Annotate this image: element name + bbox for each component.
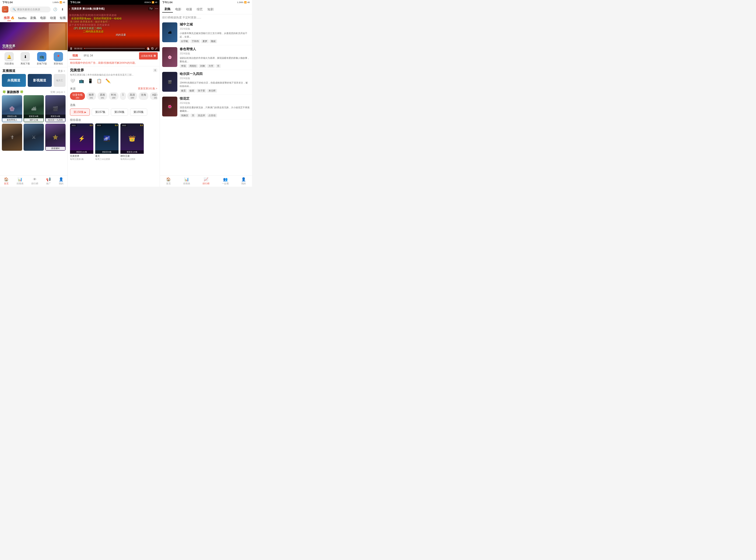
movie-channel[interactable]: 影视频道 xyxy=(28,74,52,87)
quick-icon-download[interactable]: ⬇ 离线下载 xyxy=(21,52,30,65)
quick-icon-notification[interactable]: 🔔 消息通知 xyxy=(4,52,14,65)
tag-1-2: 于和伟 xyxy=(191,39,200,43)
source-update[interactable]: 更新至第161集 > xyxy=(138,87,157,91)
rank-card-chunse[interactable]: 🌸 春色寄情人 2024/剧集 该剧以松弛治愈的市井烟火为基调，展现温暖有爱的群… xyxy=(160,45,252,70)
pause-btn[interactable]: ⏸ xyxy=(69,47,73,51)
new-drama-site[interactable]: 官网: yrzj.cc > xyxy=(51,91,65,94)
rec-score-2: 5.0 xyxy=(115,124,118,126)
mid-status-icons: 859K/s 📶 48 xyxy=(144,1,157,3)
left-nav-promo[interactable]: 📢 推广 xyxy=(46,177,51,185)
live-section-header: 直播频道 更多 > xyxy=(0,67,67,74)
drama-grid: 🌸 更新至21集 春色寄情人 🏙 更新至38集 城中之城 🎬 更新至26集 哈尔… xyxy=(0,95,67,153)
search-box[interactable]: 🔍 播放失败请点击换源 xyxy=(10,6,51,12)
drama-card-1[interactable]: 🌸 更新至21集 春色寄情人 xyxy=(2,95,22,122)
source-gaoqing[interactable]: 高清 160 xyxy=(127,92,137,100)
rec-card-zhetian[interactable]: 🌌 2023 5.0 更新至55集 遮天 每周三10点更新 xyxy=(95,123,119,161)
right-tab-anime[interactable]: 动漫 xyxy=(184,6,194,12)
tab-video[interactable]: 视频 xyxy=(69,52,81,60)
source-1[interactable]: 1 xyxy=(120,92,126,100)
source-tuijian[interactable]: 推荐 161 xyxy=(86,92,96,100)
left-nav-home[interactable]: 🏠 首页 xyxy=(4,177,8,185)
right-nav-profile[interactable]: 👤 我的 xyxy=(241,177,246,185)
subtitle-icon[interactable]: 🐔 xyxy=(146,47,150,50)
danmaku-4: 这个老爷爷都有8块腹肌 居然凝聚成 xyxy=(69,23,110,27)
back-icon[interactable]: ‹ xyxy=(69,7,70,11)
tab-comments[interactable]: 评论 34 xyxy=(81,52,96,60)
right-wifi-icon: 📶 xyxy=(244,1,247,3)
source-ablueray[interactable]: A蓝光 161 xyxy=(150,92,157,100)
left-nav-profile[interactable]: 👤 我的 xyxy=(59,177,63,185)
download-label: 离线下载 xyxy=(21,62,30,65)
right-tab-movie[interactable]: 电影 xyxy=(173,6,184,12)
promo-label: 推广 xyxy=(46,182,51,185)
more-icon[interactable]: ⋯ xyxy=(155,7,158,11)
source-tuijian-label: 推荐 xyxy=(89,93,94,97)
pip-btn[interactable]: ⧉ xyxy=(151,46,154,51)
left-nav-ranking[interactable]: 👁 排行榜 xyxy=(31,177,38,185)
nav-item-anime[interactable]: 动漫 xyxy=(48,15,58,21)
tv-action[interactable]: 📺 xyxy=(79,78,84,83)
ep-155[interactable]: 第155集 xyxy=(130,108,147,116)
list-action[interactable]: 📋 xyxy=(97,78,102,83)
rank-meta-4: 2024/剧集 xyxy=(180,101,250,105)
source-canghao[interactable]: 沧海 xyxy=(139,92,148,100)
source-yuanhua[interactable]: 原画 161 xyxy=(98,92,107,100)
video-controls: ⏸ 00:00:02 🐔 ⧉ ⤢ xyxy=(68,45,160,51)
right-tab-variety[interactable]: 综艺 xyxy=(194,6,205,12)
video-player[interactable]: ‹ 完美世界 第158集 [动漫专线] TV ⋯ 张佰的集合[不良帅]有任何问题… xyxy=(68,5,160,51)
ep-156[interactable]: 第156集 xyxy=(111,108,128,116)
drama-card-6[interactable]: ⭐ 群星耀时 xyxy=(45,124,65,151)
source-dongman[interactable]: 动漫专线 284 xyxy=(70,92,85,100)
source-shiguang-count: 160 xyxy=(112,97,115,99)
live-title: 直播频道 xyxy=(2,69,15,73)
rec-card-wanmei[interactable]: ⚡ 2021 6.0 更新至161集 完美世界 每周五更新1集 xyxy=(70,123,93,161)
episode-pills: 第158集 ▶ 第157集 第156集 第155集 xyxy=(70,108,157,116)
fullscreen-btn[interactable]: ⤢ xyxy=(155,47,158,51)
nav-item-netflix[interactable]: Netflix xyxy=(16,15,28,21)
rank-card-xihuazhi[interactable]: 🌺 惜花芷 2024/剧集 清贵花府忽遭抄家流放，只剩满门妇孺走投无路，大小姐花… xyxy=(160,95,252,119)
quick-icon-update[interactable]: 📍 更新地址 xyxy=(54,52,63,65)
drama-card-5[interactable]: ⚔ xyxy=(24,124,44,151)
rec-update-3: 更新至105集 xyxy=(120,150,144,154)
like-action[interactable]: 🤍 xyxy=(70,78,75,83)
profile-icon: 👤 xyxy=(59,177,63,182)
live-more[interactable]: 更多 > xyxy=(58,69,65,73)
nav-item-movie[interactable]: 电影 xyxy=(38,15,48,21)
rec-card-shenyinwangzuo[interactable]: 👑 2022 8.0 更新至105集 神印王座 每周四10点更新 xyxy=(120,123,144,161)
left-nav-schedule[interactable]: 📊 排期表 xyxy=(17,177,24,185)
ep-157[interactable]: 第157集 xyxy=(92,108,109,116)
tag-2-4: 方芳 xyxy=(207,64,215,68)
phone-action[interactable]: 📱 xyxy=(88,78,93,83)
right-nav-schedule[interactable]: 📊 排期表 xyxy=(183,177,190,185)
cctv-channel[interactable]: 央视频道 xyxy=(2,74,26,87)
nav-item-recommend[interactable]: 推荐 🔥 xyxy=(2,15,16,21)
rec-name-3: 神印王座 xyxy=(120,155,144,158)
drama-card-2[interactable]: 🏙 更新至38集 城中之城 xyxy=(24,95,44,122)
source-gaoqing-count: 160 xyxy=(131,97,134,99)
danmaku-send-btn[interactable]: 点我发弹幕 弹 xyxy=(139,52,158,60)
right-tab-drama[interactable]: 剧集 xyxy=(162,6,173,13)
ep-158[interactable]: 第158集 ▶ xyxy=(70,108,90,116)
rank-card-chengzhongcheng[interactable]: 🏙 城中之城 2024/剧集 小镇青年陶无忌被深茂银行滨江支行录取，从最底层的柜… xyxy=(160,21,252,45)
edit-action[interactable]: ✏️ xyxy=(105,78,111,83)
right-nav-home[interactable]: 🏠 首页 xyxy=(166,177,171,185)
playing-icon: ▶ xyxy=(84,111,86,114)
progress-bar[interactable] xyxy=(84,48,145,49)
left-avatar[interactable]: 🦊 xyxy=(2,6,8,13)
rank-card-haerbin[interactable]: 🎬 哈尔滨一九四四 2024/剧集 1944年伪满统治下的哈尔滨，伪装成铁路巡警… xyxy=(160,70,252,95)
local-channel[interactable]: 地方工 xyxy=(54,74,65,87)
hero-banner[interactable]: 完美世界 你方死难数 xyxy=(0,22,67,50)
history-icon[interactable]: 🕐 xyxy=(52,6,58,12)
rank-meta-1: 2024/剧集 xyxy=(180,27,250,31)
right-tab-short[interactable]: 短剧 xyxy=(205,6,216,12)
drama-card-3[interactable]: 🎬 更新至26集 哈尔滨一九四四 xyxy=(45,95,65,122)
tag-2-1: 李现 xyxy=(180,64,187,68)
nav-item-short[interactable]: 短视 xyxy=(58,15,67,21)
download-icon[interactable]: ⬇ xyxy=(60,6,65,12)
right-nav-together[interactable]: 👥 一起看 xyxy=(222,177,229,185)
nav-item-drama[interactable]: 剧集 xyxy=(28,15,38,21)
drama-card-4[interactable]: 🗡 xyxy=(2,124,22,151)
source-shiguang[interactable]: 时光 160 xyxy=(109,92,119,100)
quick-icon-tv[interactable]: 📺 剧兔TV版 xyxy=(37,52,47,65)
right-nav-ranking[interactable]: 📈 排行榜 xyxy=(202,177,210,185)
